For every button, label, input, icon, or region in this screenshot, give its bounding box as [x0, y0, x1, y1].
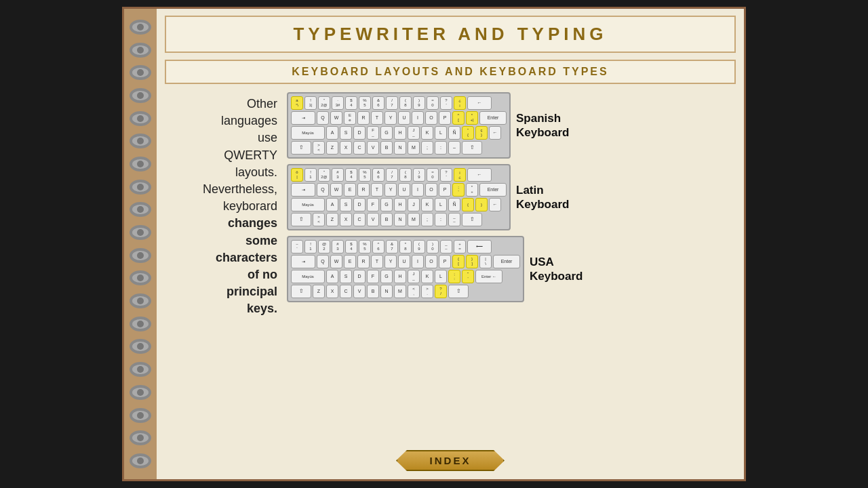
key-semicc: ;: [448, 270, 460, 283]
key-ltc: <, [408, 285, 420, 298]
key-sc: S [340, 270, 352, 283]
spanish-keyboard-row: a°\ !1| "2@ ·3# $4 %5 &6 /7 (8 )9 =0 ?' [287, 92, 736, 159]
key-quotec: "' [462, 270, 474, 283]
spiral-ring [130, 134, 151, 148]
key-jb: J [408, 198, 420, 211]
key-apos: ?' [440, 96, 452, 110]
usa-keyboard-row: ~` !1 @2 #3 $4 %5 ^6 &7 *8 (9 )0 _– [287, 236, 736, 302]
key-tabb: ⇥ [291, 183, 315, 197]
key-excl: ¿¡ [454, 96, 466, 110]
key-lt: >< [313, 141, 325, 155]
spiral-ring [130, 317, 151, 331]
key-i: I [412, 111, 424, 125]
key-backslashc: |\ [479, 255, 492, 268]
key-yc: Y [384, 255, 397, 268]
key-shift-r: ⇧ [462, 141, 482, 155]
key-vc: V [353, 285, 366, 298]
key-b: B [380, 141, 393, 155]
key-bracket-open: ^[ [452, 111, 465, 125]
key-dashb: _– [448, 213, 460, 226]
spiral-ring [130, 248, 151, 263]
key-aposb: ?' [440, 168, 452, 182]
main-content: Other languages use QWERTY layouts. Neve… [165, 92, 736, 443]
key-8: (8 [399, 96, 412, 110]
key-qc: Q [317, 255, 329, 268]
key-r: R [357, 111, 370, 125]
spanish-keyboard: a°\ !1| "2@ ·3# $4 %5 &6 /7 (8 )9 =0 ?' [287, 92, 511, 159]
spiral-ring [130, 157, 151, 171]
key-zc: Z [313, 285, 325, 298]
key-ob: O [425, 183, 437, 197]
key-shift-lb: ⇧ [291, 213, 311, 226]
key-gtc: >. [421, 285, 433, 298]
key-8c: *8 [399, 240, 412, 253]
key-9c: (9 [413, 240, 425, 253]
key-ub: U [398, 183, 410, 197]
key-d: D [353, 126, 366, 140]
latin-keyboard-label: LatinKeyboard [516, 183, 584, 212]
key-p: P [439, 111, 451, 125]
key-acute: "{ [462, 126, 474, 140]
key-tb: T [371, 183, 383, 197]
key-fb: F [367, 198, 379, 211]
key-gc: G [380, 270, 393, 283]
page-title: TYPEWRITER AND TYPING [180, 24, 721, 45]
index-button[interactable]: INDEX [396, 450, 505, 471]
key-lcurlc: {[ [452, 255, 465, 268]
key-k: K [421, 126, 433, 140]
key-e: Ee [344, 111, 356, 125]
spiral-ring [130, 43, 151, 58]
key-db: D [353, 198, 366, 211]
key-9: )9 [413, 96, 425, 110]
key-enter2c: Enter ← [475, 270, 502, 283]
bottom-bar: INDEX [165, 447, 736, 472]
spiral-ring [130, 111, 151, 126]
key-0c: )0 [427, 240, 439, 253]
key-v: V [367, 141, 379, 155]
key-rcurlb: } [475, 198, 488, 211]
key-t: T [371, 111, 383, 125]
key-7b: /7 [386, 168, 398, 182]
key-c: C [353, 141, 366, 155]
key-tilde: a°\ [291, 96, 303, 110]
usa-keyboard: ~` !1 @2 #3 $4 %5 ^6 &7 *8 (9 )0 _– [287, 236, 524, 302]
key-1b: !1 [304, 168, 317, 182]
key-retb: ← [489, 198, 501, 211]
key-hb: H [394, 198, 406, 211]
key-kb: K [421, 198, 433, 211]
spiral-ring [130, 408, 151, 423]
key-1: !1| [304, 96, 317, 110]
key-g: G [380, 126, 393, 140]
key-bracket-close: *+| [466, 111, 478, 125]
key-shift-lc: ⇧ [291, 285, 311, 298]
key-rc: R [357, 255, 370, 268]
key-dash: – [448, 141, 460, 155]
key-lcurlb: { [462, 198, 474, 211]
spiral-binding [124, 9, 157, 479]
key-u: U [398, 111, 410, 125]
key-exclb: ¡¿ [454, 168, 466, 182]
key-slashc: ?/ [435, 285, 447, 298]
key-3: ·3# [332, 96, 344, 110]
key-5: %5 [359, 96, 371, 110]
key-y: Y [384, 111, 397, 125]
key-periodb: : [435, 213, 447, 226]
key-commab: ; [421, 213, 433, 226]
spiral-ring [130, 362, 151, 377]
key-backspace: ← [467, 96, 492, 110]
spiral-ring [130, 453, 151, 468]
spanish-keyboard-label: SpanishKeyboard [516, 111, 584, 140]
keyboards-area: a°\ !1| "2@ ·3# $4 %5 &6 /7 (8 )9 =0 ?' [287, 92, 736, 443]
key-mayus: Mayús [291, 126, 325, 140]
key-l: L [435, 126, 447, 140]
key-s: S [340, 126, 352, 140]
key-bb: B [380, 213, 393, 226]
key-oc: O [425, 255, 437, 268]
key-shift-rc: ⇧ [448, 285, 469, 298]
key-mb: M [408, 213, 420, 226]
latin-keyboard: ö| !1 "2@ #3 $4 %5 &6 /7 (8 )9 =0 ?' [287, 164, 511, 230]
key-kc: K [421, 270, 433, 283]
key-curly: ç} [475, 126, 488, 140]
key-2b: "2@ [318, 168, 330, 182]
key-z: Z [326, 141, 338, 155]
